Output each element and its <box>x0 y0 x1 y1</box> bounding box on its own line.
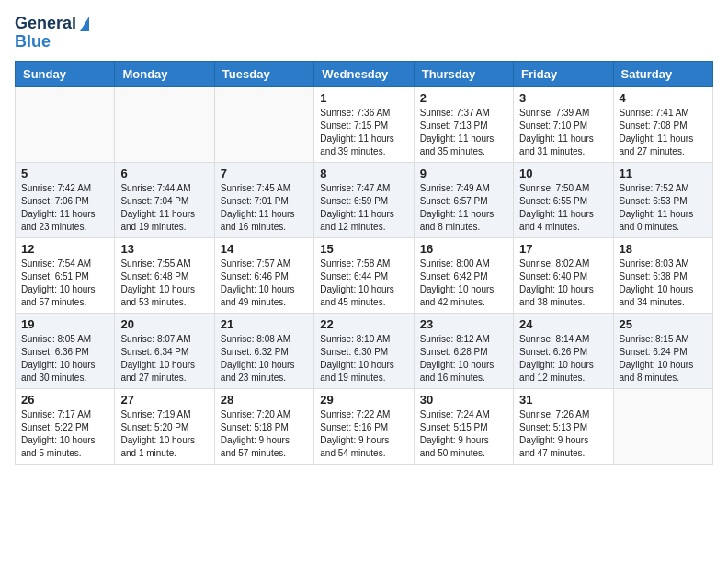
day-info: Sunrise: 7:57 AM Sunset: 6:46 PM Dayligh… <box>221 258 308 309</box>
day-number: 31 <box>519 393 607 407</box>
day-number: 14 <box>221 242 308 256</box>
calendar-cell: 8Sunrise: 7:47 AM Sunset: 6:59 PM Daylig… <box>314 162 414 237</box>
calendar-cell: 13Sunrise: 7:55 AM Sunset: 6:48 PM Dayli… <box>115 237 214 313</box>
calendar-cell <box>214 86 313 162</box>
calendar-cell: 11Sunrise: 7:52 AM Sunset: 6:53 PM Dayli… <box>613 162 712 237</box>
weekday-header-monday: Monday <box>115 61 214 86</box>
day-info: Sunrise: 7:55 AM Sunset: 6:48 PM Dayligh… <box>120 258 208 309</box>
calendar-week-row: 19Sunrise: 8:05 AM Sunset: 6:36 PM Dayli… <box>16 313 713 388</box>
day-number: 21 <box>221 317 308 331</box>
logo-text-general: General <box>15 15 76 33</box>
calendar-cell: 31Sunrise: 7:26 AM Sunset: 5:13 PM Dayli… <box>514 388 613 464</box>
day-info: Sunrise: 7:36 AM Sunset: 7:15 PM Dayligh… <box>320 107 407 158</box>
day-number: 25 <box>620 317 707 331</box>
day-number: 26 <box>21 393 108 407</box>
calendar-cell <box>613 388 712 464</box>
day-info: Sunrise: 7:47 AM Sunset: 6:59 PM Dayligh… <box>320 182 407 234</box>
calendar-week-row: 5Sunrise: 7:42 AM Sunset: 7:06 PM Daylig… <box>16 162 713 237</box>
day-number: 13 <box>120 242 208 256</box>
day-number: 5 <box>21 167 108 180</box>
day-info: Sunrise: 7:41 AM Sunset: 7:08 PM Dayligh… <box>620 107 707 158</box>
day-info: Sunrise: 8:07 AM Sunset: 6:34 PM Dayligh… <box>120 333 208 385</box>
day-number: 19 <box>21 317 108 331</box>
day-number: 24 <box>519 317 607 331</box>
day-info: Sunrise: 7:49 AM Sunset: 6:57 PM Dayligh… <box>420 182 507 234</box>
logo: General Blue <box>15 15 89 52</box>
day-number: 2 <box>420 91 507 105</box>
calendar-cell: 27Sunrise: 7:19 AM Sunset: 5:20 PM Dayli… <box>115 388 214 464</box>
calendar-cell: 1Sunrise: 7:36 AM Sunset: 7:15 PM Daylig… <box>314 86 414 162</box>
calendar-table: SundayMondayTuesdayWednesdayThursdayFrid… <box>15 61 713 465</box>
day-info: Sunrise: 8:15 AM Sunset: 6:24 PM Dayligh… <box>620 333 707 385</box>
day-number: 8 <box>320 167 407 180</box>
weekday-header-tuesday: Tuesday <box>214 61 313 86</box>
calendar-cell: 2Sunrise: 7:37 AM Sunset: 7:13 PM Daylig… <box>414 86 513 162</box>
day-info: Sunrise: 7:37 AM Sunset: 7:13 PM Dayligh… <box>420 107 507 158</box>
calendar-cell: 16Sunrise: 8:00 AM Sunset: 6:42 PM Dayli… <box>414 237 513 313</box>
calendar-cell: 19Sunrise: 8:05 AM Sunset: 6:36 PM Dayli… <box>16 313 115 388</box>
day-number: 9 <box>420 167 507 180</box>
day-info: Sunrise: 8:10 AM Sunset: 6:30 PM Dayligh… <box>320 333 407 385</box>
weekday-header-friday: Friday <box>514 61 613 86</box>
calendar-cell: 26Sunrise: 7:17 AM Sunset: 5:22 PM Dayli… <box>16 388 115 464</box>
calendar-cell: 7Sunrise: 7:45 AM Sunset: 7:01 PM Daylig… <box>214 162 313 237</box>
day-number: 4 <box>620 91 707 105</box>
day-info: Sunrise: 7:54 AM Sunset: 6:51 PM Dayligh… <box>21 258 108 309</box>
day-info: Sunrise: 7:24 AM Sunset: 5:15 PM Dayligh… <box>420 408 507 460</box>
weekday-header-saturday: Saturday <box>613 61 712 86</box>
calendar-week-row: 12Sunrise: 7:54 AM Sunset: 6:51 PM Dayli… <box>16 237 713 313</box>
day-number: 16 <box>420 242 507 256</box>
calendar-cell: 12Sunrise: 7:54 AM Sunset: 6:51 PM Dayli… <box>16 237 115 313</box>
day-info: Sunrise: 7:42 AM Sunset: 7:06 PM Dayligh… <box>21 182 108 234</box>
calendar-cell: 3Sunrise: 7:39 AM Sunset: 7:10 PM Daylig… <box>514 86 613 162</box>
day-number: 3 <box>519 91 607 105</box>
day-number: 11 <box>620 167 707 180</box>
day-info: Sunrise: 7:44 AM Sunset: 7:04 PM Dayligh… <box>120 182 208 234</box>
calendar-cell <box>115 86 214 162</box>
day-number: 7 <box>221 167 308 180</box>
calendar-week-row: 26Sunrise: 7:17 AM Sunset: 5:22 PM Dayli… <box>16 388 713 464</box>
day-number: 10 <box>519 167 607 180</box>
day-number: 22 <box>320 317 407 331</box>
day-number: 28 <box>221 393 308 407</box>
calendar-cell: 6Sunrise: 7:44 AM Sunset: 7:04 PM Daylig… <box>115 162 214 237</box>
day-info: Sunrise: 7:19 AM Sunset: 5:20 PM Dayligh… <box>120 408 208 460</box>
logo-text-blue: Blue <box>15 33 51 52</box>
calendar-header-row: SundayMondayTuesdayWednesdayThursdayFrid… <box>16 61 713 86</box>
calendar-week-row: 1Sunrise: 7:36 AM Sunset: 7:15 PM Daylig… <box>16 86 713 162</box>
day-info: Sunrise: 7:22 AM Sunset: 5:16 PM Dayligh… <box>320 408 407 460</box>
calendar-cell: 21Sunrise: 8:08 AM Sunset: 6:32 PM Dayli… <box>214 313 313 388</box>
calendar-cell: 18Sunrise: 8:03 AM Sunset: 6:38 PM Dayli… <box>613 237 712 313</box>
calendar-cell: 10Sunrise: 7:50 AM Sunset: 6:55 PM Dayli… <box>514 162 613 237</box>
calendar-cell: 22Sunrise: 8:10 AM Sunset: 6:30 PM Dayli… <box>314 313 414 388</box>
calendar-cell: 5Sunrise: 7:42 AM Sunset: 7:06 PM Daylig… <box>16 162 115 237</box>
calendar-cell: 20Sunrise: 8:07 AM Sunset: 6:34 PM Dayli… <box>115 313 214 388</box>
day-info: Sunrise: 8:03 AM Sunset: 6:38 PM Dayligh… <box>620 258 707 309</box>
day-number: 18 <box>620 242 707 256</box>
day-info: Sunrise: 7:58 AM Sunset: 6:44 PM Dayligh… <box>320 258 407 309</box>
day-info: Sunrise: 7:17 AM Sunset: 5:22 PM Dayligh… <box>21 408 108 460</box>
calendar-cell: 17Sunrise: 8:02 AM Sunset: 6:40 PM Dayli… <box>514 237 613 313</box>
calendar-cell: 4Sunrise: 7:41 AM Sunset: 7:08 PM Daylig… <box>613 86 712 162</box>
day-number: 20 <box>120 317 208 331</box>
day-info: Sunrise: 8:05 AM Sunset: 6:36 PM Dayligh… <box>21 333 108 385</box>
day-number: 29 <box>320 393 407 407</box>
day-info: Sunrise: 7:26 AM Sunset: 5:13 PM Dayligh… <box>519 408 607 460</box>
day-number: 23 <box>420 317 507 331</box>
day-info: Sunrise: 8:00 AM Sunset: 6:42 PM Dayligh… <box>420 258 507 309</box>
day-info: Sunrise: 7:52 AM Sunset: 6:53 PM Dayligh… <box>620 182 707 234</box>
day-number: 6 <box>120 167 208 180</box>
day-info: Sunrise: 7:20 AM Sunset: 5:18 PM Dayligh… <box>221 408 308 460</box>
day-number: 15 <box>320 242 407 256</box>
day-info: Sunrise: 7:50 AM Sunset: 6:55 PM Dayligh… <box>519 182 607 234</box>
weekday-header-sunday: Sunday <box>16 61 115 86</box>
calendar-cell: 30Sunrise: 7:24 AM Sunset: 5:15 PM Dayli… <box>414 388 513 464</box>
day-info: Sunrise: 7:45 AM Sunset: 7:01 PM Dayligh… <box>221 182 308 234</box>
calendar-cell: 24Sunrise: 8:14 AM Sunset: 6:26 PM Dayli… <box>514 313 613 388</box>
page-header: General Blue <box>15 15 713 52</box>
day-info: Sunrise: 8:12 AM Sunset: 6:28 PM Dayligh… <box>420 333 507 385</box>
calendar-cell: 28Sunrise: 7:20 AM Sunset: 5:18 PM Dayli… <box>214 388 313 464</box>
day-info: Sunrise: 8:14 AM Sunset: 6:26 PM Dayligh… <box>519 333 607 385</box>
day-number: 30 <box>420 393 507 407</box>
calendar-cell: 14Sunrise: 7:57 AM Sunset: 6:46 PM Dayli… <box>214 237 313 313</box>
